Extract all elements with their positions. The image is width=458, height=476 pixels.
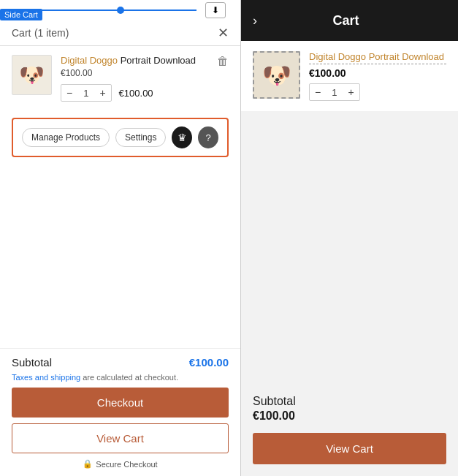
tax-note: Taxes and shipping are calculated at che… xyxy=(0,371,240,388)
right-cart-item: 🐶 Digital Doggo Portrait Download €100.0… xyxy=(241,41,458,111)
view-cart-button-right[interactable]: View Cart xyxy=(253,433,446,464)
right-item-details: Digital Doggo Portrait Download €100.00 … xyxy=(309,51,446,101)
checkout-button[interactable]: Checkout xyxy=(12,388,229,418)
manage-products-button[interactable]: Manage Products xyxy=(22,128,110,147)
right-product-image: 🐶 xyxy=(253,51,300,99)
secure-checkout-label: 🔒 Secure Checkout xyxy=(0,459,240,476)
progress-dot xyxy=(117,7,124,14)
right-header: › Cart xyxy=(241,0,458,41)
crown-icon: ♛ xyxy=(178,132,187,143)
delete-item-button[interactable]: 🗑 xyxy=(217,55,229,68)
qty-row: − 1 + €100.00 xyxy=(61,84,208,102)
right-cart-title: Cart xyxy=(266,13,426,29)
left-panel: Side Cart ⬇ Cart (1 item) ✕ 🐶 Digital Do… xyxy=(0,0,241,476)
right-subtotal-area: Subtotal €100.00 xyxy=(241,388,458,426)
qty-increase-button[interactable]: + xyxy=(94,85,110,101)
side-cart-tab: Side Cart xyxy=(0,9,42,20)
back-chevron-icon[interactable]: › xyxy=(253,13,257,29)
right-item-price: €100.00 xyxy=(309,67,446,79)
cart-count: (1 item) xyxy=(34,27,69,39)
right-spacer xyxy=(241,111,458,388)
crown-button[interactable]: ♛ xyxy=(172,126,192,148)
cart-item: 🐶 Digital Doggo Portrait Download €100.0… xyxy=(0,46,240,110)
cart-item-details: Digital Doggo Portrait Download €100.00 … xyxy=(61,55,208,102)
cart-item-name: Digital Doggo Portrait Download xyxy=(61,55,208,66)
right-panel: › Cart 🐶 Digital Doggo Portrait Download… xyxy=(241,0,458,476)
right-product-image-emoji: 🐶 xyxy=(262,61,291,89)
quantity-control: − 1 + xyxy=(61,84,112,102)
cart-title-text: Cart xyxy=(12,27,31,39)
right-quantity-control: − 1 + xyxy=(309,83,360,101)
subtotal-label: Subtotal xyxy=(12,356,52,369)
right-subtotal-value: €100.00 xyxy=(253,409,446,423)
lock-icon: 🔒 xyxy=(83,459,93,469)
spacer xyxy=(0,165,240,348)
cart-item-total: €100.00 xyxy=(119,88,153,99)
cart-title: Cart (1 item) xyxy=(12,26,69,39)
cart-item-name-colored: Digital Doggo xyxy=(61,55,118,66)
taxes-link[interactable]: Taxes and shipping xyxy=(12,373,80,382)
subtotal-value: €100.00 xyxy=(189,356,229,369)
help-button[interactable]: ? xyxy=(198,126,218,148)
cart-item-unit-price: €100.00 xyxy=(61,68,208,78)
subtotal-area: Subtotal €100.00 xyxy=(0,348,240,371)
secure-checkout-text: Secure Checkout xyxy=(96,460,157,469)
close-button[interactable]: ✕ xyxy=(218,26,229,39)
product-image-emoji: 🐶 xyxy=(19,63,45,87)
download-icon: ⬇ xyxy=(205,2,226,18)
settings-button[interactable]: Settings xyxy=(115,128,166,147)
qty-value: 1 xyxy=(77,86,94,101)
right-qty-increase-button[interactable]: + xyxy=(343,84,359,100)
question-icon: ? xyxy=(205,132,210,143)
view-cart-button-left[interactable]: View Cart xyxy=(12,423,229,453)
cart-item-name-normal: Portrait Download xyxy=(118,55,196,66)
right-subtotal-label: Subtotal xyxy=(253,395,446,408)
right-item-name: Digital Doggo Portrait Download xyxy=(309,51,446,64)
right-qty-decrease-button[interactable]: − xyxy=(310,84,326,100)
right-qty-value: 1 xyxy=(326,85,343,100)
qty-decrease-button[interactable]: − xyxy=(61,85,77,101)
cart-header: Cart (1 item) ✕ xyxy=(0,20,240,46)
admin-tools-panel: Manage Products Settings ♛ ? xyxy=(12,118,229,157)
cart-item-image: 🐶 xyxy=(12,55,52,95)
